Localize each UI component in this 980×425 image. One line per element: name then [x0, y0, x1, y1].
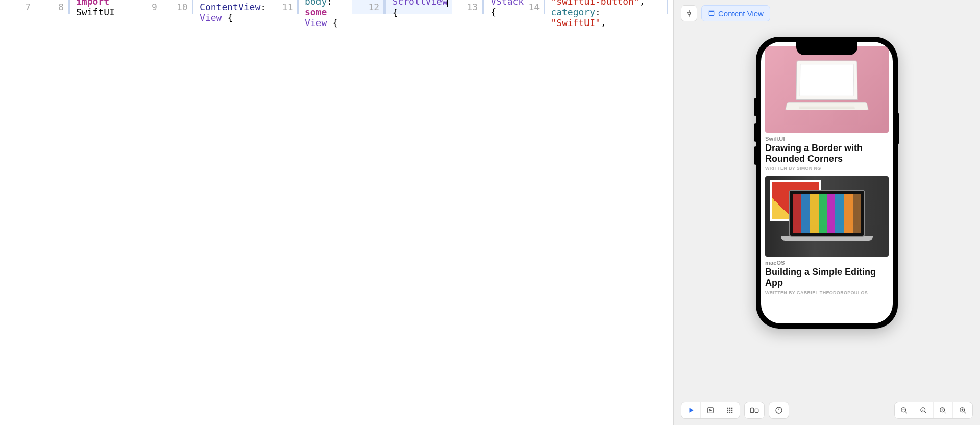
line-number: 8 [44, 2, 68, 12]
code-line[interactable]: 9 [127, 0, 170, 14]
line-number: 13 [452, 2, 482, 12]
preview-mode-group [681, 402, 740, 419]
svg-rect-10 [731, 412, 732, 413]
line-number: 11 [281, 2, 298, 12]
preview-canvas: Content View SwiftUI Drawing a Border wi… [674, 0, 980, 425]
code-line[interactable]: 11 var body: some View { [281, 0, 352, 14]
preview-scrollview[interactable]: SwiftUI Drawing a Border with Rounded Co… [761, 42, 893, 323]
pin-icon [685, 9, 693, 17]
pin-preview-button[interactable] [681, 5, 697, 21]
zoom-fit-icon [939, 407, 947, 414]
code-line[interactable]: 12 ScrollView { [352, 0, 451, 14]
change-bar [161, 0, 164, 14]
card-author: WRITTEN BY SIMON NG [765, 166, 889, 171]
zoom-actual-button[interactable]: 1 [914, 402, 934, 418]
zoom-group: 1 [894, 402, 973, 419]
svg-rect-6 [729, 410, 730, 411]
code-editor[interactable]: 78import SwiftUI910struct ContentView: V… [0, 0, 674, 425]
line-number: 10 [170, 2, 192, 12]
view-icon [708, 10, 715, 17]
live-preview-button[interactable] [681, 402, 701, 418]
line-number: 9 [127, 2, 161, 12]
card-heading: Drawing a Border with Rounded Corners [765, 143, 889, 164]
change-bar [35, 0, 38, 14]
svg-rect-12 [755, 409, 758, 412]
device-notch [796, 42, 857, 55]
code-line[interactable]: 7 [0, 0, 44, 14]
card-author: WRITTEN BY GABRIEL THEODOROPOULOS [765, 290, 889, 295]
device-settings-button[interactable] [744, 402, 765, 419]
svg-rect-2 [727, 408, 728, 409]
svg-rect-0 [709, 12, 714, 16]
device-iphone: SwiftUI Drawing a Border with Rounded Co… [756, 37, 898, 329]
svg-rect-7 [731, 410, 732, 411]
zoom-in-icon [959, 407, 967, 414]
card-heading: Building a Simple Editing App [765, 267, 889, 288]
code-line[interactable]: 10struct ContentView: View { [170, 0, 281, 14]
line-number: 14 [529, 2, 544, 12]
svg-rect-4 [731, 408, 732, 409]
card-category: macOS [765, 260, 889, 266]
zoom-out-icon [900, 407, 908, 414]
svg-rect-3 [729, 408, 730, 409]
svg-text:1: 1 [922, 408, 923, 411]
svg-rect-9 [729, 412, 730, 413]
code-line[interactable]: heading: "Drawing a Border with Rounded … [655, 0, 674, 14]
preview-on-device-button[interactable] [769, 402, 789, 419]
breadcrumb-label: Content View [718, 9, 764, 18]
line-number: 7 [0, 2, 35, 12]
zoom-in-button[interactable] [953, 402, 972, 418]
zoom-out-button[interactable] [895, 402, 914, 418]
preview-card: SwiftUI Drawing a Border with Rounded Co… [765, 46, 889, 171]
code-line[interactable]: 13 VStack { [452, 0, 529, 14]
line-number: 12 [352, 2, 383, 12]
device-screen[interactable]: SwiftUI Drawing a Border with Rounded Co… [761, 42, 893, 323]
card-image [765, 176, 889, 257]
preview-breadcrumb[interactable]: Content View [701, 5, 770, 21]
power-icon [775, 406, 783, 414]
svg-rect-11 [750, 408, 753, 413]
zoom-actual-icon: 1 [920, 407, 927, 414]
card-image [765, 46, 889, 133]
cursor-box-icon [707, 407, 714, 414]
variants-preview-button[interactable] [720, 402, 740, 418]
preview-card: macOS Building a Simple Editing App WRIT… [765, 176, 889, 295]
device-settings-icon [750, 406, 759, 414]
selectable-preview-button[interactable] [701, 402, 720, 418]
code-line[interactable]: 14 CardView(image: "swiftui-button", cat… [529, 0, 656, 14]
card-category: SwiftUI [765, 136, 889, 142]
grid-icon [726, 407, 733, 414]
svg-rect-8 [727, 412, 728, 413]
zoom-fit-button[interactable] [934, 402, 953, 418]
play-icon [688, 407, 695, 414]
svg-rect-5 [727, 410, 728, 411]
code-line[interactable]: 8import SwiftUI [44, 0, 127, 14]
